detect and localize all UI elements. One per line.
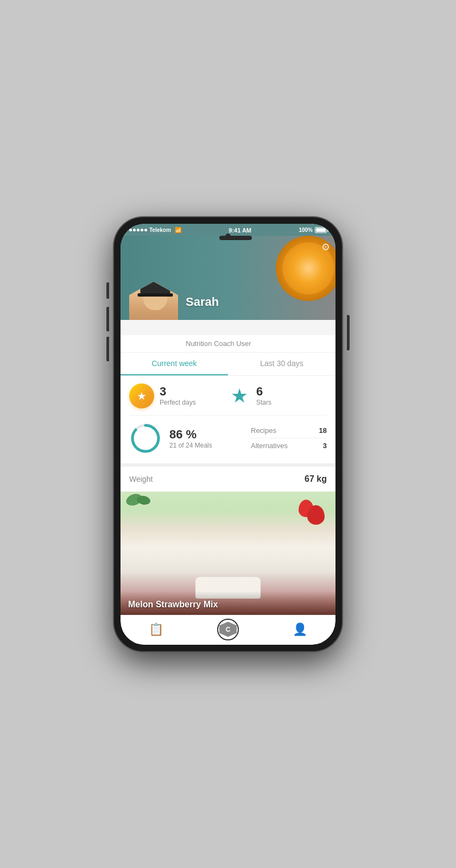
food-card-title: Melon Strawberry Mix — [128, 600, 218, 609]
tab-current-week[interactable]: Current week — [121, 353, 228, 375]
battery-percent: 100% — [299, 227, 313, 233]
phone-device: Telekom 📶 9:41 AM 100% ⚙ — [114, 217, 342, 651]
mint-decoration-2 — [136, 494, 151, 505]
volume-up-button[interactable] — [106, 307, 109, 331]
food-card-overlay: Melon Strawberry Mix — [121, 591, 335, 615]
stars-count: 6 — [256, 385, 271, 398]
perfect-days-count: 3 — [160, 385, 196, 398]
wifi-icon: 📶 — [175, 227, 181, 233]
avatar-hexagon — [129, 282, 178, 320]
stats-row-top: 3 Perfect days ★ 6 Stars — [129, 383, 327, 416]
tab-last-30-days[interactable]: Last 30 days — [228, 353, 335, 375]
nav-recipes[interactable]: 📋 — [138, 620, 174, 639]
battery-icon — [315, 227, 327, 233]
stats-area: 3 Perfect days ★ 6 Stars — [121, 376, 335, 463]
svg-point-1 — [132, 425, 159, 451]
volume-down-button[interactable] — [106, 337, 109, 361]
strawberry-decoration-2 — [307, 505, 325, 525]
avatar — [129, 282, 178, 320]
settings-button[interactable]: ⚙ — [321, 241, 330, 253]
user-subtitle: Nutrition Coach User — [121, 335, 335, 353]
mute-button[interactable] — [106, 282, 109, 299]
star-icon: ★ — [228, 385, 251, 407]
recipes-row: Recipes 18 — [251, 423, 327, 438]
meals-percent: 86 % — [169, 427, 212, 442]
battery-fill — [316, 228, 326, 232]
progress-ring-container — [129, 422, 162, 455]
stats-row-bottom: 86 % 21 of 24 Meals Recipes 18 Alternati… — [129, 422, 327, 459]
recipes-label: Recipes — [251, 426, 276, 435]
perfect-days-stat: 3 Perfect days — [129, 383, 228, 408]
home-button[interactable] — [217, 619, 239, 640]
weight-row: Weight 67 kg — [121, 463, 335, 492]
alternatives-label: Alternatives — [251, 442, 288, 450]
avatar-image — [129, 282, 178, 320]
food-card[interactable]: Melon Strawberry Mix — [121, 492, 335, 615]
perfect-days-text: 3 Perfect days — [160, 385, 196, 406]
stars-label: Stars — [256, 399, 271, 406]
weight-value: 67 kg — [305, 474, 327, 484]
user-name: Sarah — [186, 295, 219, 309]
status-carrier: Telekom 📶 — [129, 227, 181, 233]
medal-icon — [129, 383, 154, 408]
progress-ring-svg — [129, 422, 162, 455]
meals-text: 86 % 21 of 24 Meals — [169, 427, 212, 449]
weight-label: Weight — [129, 475, 153, 483]
speaker — [219, 236, 252, 240]
recipes-book-icon: 📋 — [149, 622, 163, 637]
recipes-alternatives-col: Recipes 18 Alternatives 3 — [251, 423, 327, 453]
tabs-bar: Current week Last 30 days — [121, 353, 335, 376]
meals-detail: 21 of 24 Meals — [169, 442, 212, 449]
power-button[interactable] — [347, 315, 350, 350]
person-illustration — [129, 282, 178, 320]
stars-text: 6 Stars — [256, 385, 271, 406]
app-screen: Telekom 📶 9:41 AM 100% ⚙ — [121, 224, 335, 645]
hat-illustration — [140, 282, 170, 294]
perfect-days-label: Perfect days — [160, 399, 196, 406]
carrier-name: Telekom — [149, 227, 171, 233]
alternatives-row: Alternatives 3 — [251, 438, 327, 453]
status-battery: 100% — [299, 227, 327, 233]
recipes-value: 18 — [319, 426, 327, 435]
profile-header: ⚙ Sarah — [121, 236, 335, 320]
profile-person-icon: 👤 — [293, 622, 307, 637]
status-time: 9:41 AM — [229, 227, 251, 234]
stars-stat: ★ 6 Stars — [228, 385, 327, 407]
alternatives-value: 3 — [323, 442, 327, 450]
phone-screen: Telekom 📶 9:41 AM 100% ⚙ — [121, 224, 335, 645]
nav-profile[interactable]: 👤 — [282, 620, 318, 639]
signal-dots — [129, 229, 147, 231]
